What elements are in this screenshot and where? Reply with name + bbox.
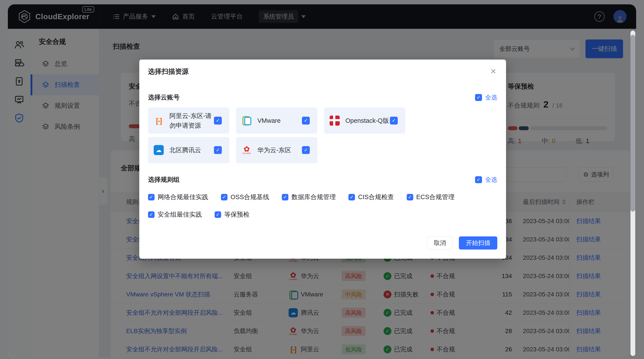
provider-icon [154,116,164,126]
account-name: 阿里云-东区-请勿申请资源 [170,111,214,130]
start-scan-button[interactable]: 开始扫描 [459,236,497,250]
app-window: CloudExplorer Lite 产品服务 首页 云管理平台 [8,4,636,358]
account-checkbox[interactable] [214,117,222,124]
rule-group-checkbox[interactable]: CIS合规检查 [348,193,394,202]
account-checkbox[interactable] [214,146,222,154]
accounts-select-all[interactable]: 全选 [475,93,497,102]
rule-group-label: ECS合规管理 [416,193,455,202]
rules-section-label: 选择规则组 [148,175,180,184]
checkbox-checked-icon [407,194,413,200]
checkbox-checked-icon [475,176,482,183]
cancel-button[interactable]: 取消 [427,236,453,250]
rule-group-checkbox[interactable]: OSS合规基线 [221,193,269,202]
provider-icon [154,145,164,155]
rule-group-label: 等保预检 [224,210,250,219]
account-checkbox[interactable] [390,117,398,124]
select-all-label: 全选 [485,93,497,102]
account-card[interactable]: 北区腾讯云 [148,137,230,163]
rule-group-label: 安全组最佳实践 [158,210,202,219]
checkbox-checked-icon [148,211,154,218]
account-name: 华为云-东区 [258,145,302,155]
rules-select-all[interactable]: 全选 [475,176,497,184]
rule-group-checkbox[interactable]: ECS合规管理 [407,193,455,202]
rule-group-checkbox[interactable]: 网络合规最佳实践 [148,193,208,202]
account-checkbox[interactable] [302,146,310,154]
rule-group-checkbox[interactable]: 安全组最佳实践 [148,210,202,219]
rule-group-label: CIS合规检查 [358,193,394,202]
rule-group-checkbox[interactable]: 等保预检 [214,210,250,219]
rule-group-label: 网络合规最佳实践 [158,193,208,202]
rule-group-list: 网络合规最佳实践 OSS合规基线 数据库合规管理 CIS合规检查 ECS合规管理… [148,184,497,219]
checkbox-checked-icon [282,194,288,200]
account-card[interactable]: VMware [236,107,318,134]
checkbox-checked-icon [221,194,228,200]
account-section-label: 选择云账号 [148,93,180,102]
account-card[interactable]: 阿里云-东区-请勿申请资源 [148,107,230,134]
provider-icon [242,116,252,126]
account-name: 北区腾讯云 [170,145,214,155]
close-icon[interactable]: ✕ [490,67,497,76]
select-all-label: 全选 [485,176,497,184]
dialog-title: 选择扫描资源 [148,67,497,76]
checkbox-checked-icon [214,211,221,218]
account-card[interactable]: 华为云-东区 [236,137,318,163]
provider-icon [242,145,252,155]
provider-icon [330,116,340,126]
checkbox-checked-icon [148,194,154,200]
rule-group-label: OSS合规基线 [230,193,269,202]
account-name: Openstack-Q版 [345,116,390,125]
select-scan-resources-dialog: 选择扫描资源 ✕ 选择云账号 全选 阿里云-东区-请勿申请资源 VMware [139,59,506,259]
rule-group-label: 数据库合规管理 [292,193,336,202]
rule-group-checkbox[interactable]: 数据库合规管理 [282,193,336,202]
checkbox-checked-icon [348,194,355,200]
account-name: VMware [258,116,302,125]
account-card[interactable]: Openstack-Q版 [324,107,406,134]
account-checkbox[interactable] [302,117,310,124]
scrollbar-thumb[interactable] [630,35,635,212]
account-card-grid: 阿里云-东区-请勿申请资源 VMware Openstack-Q版 北区腾讯云 [148,107,497,163]
checkbox-checked-icon [475,94,482,101]
